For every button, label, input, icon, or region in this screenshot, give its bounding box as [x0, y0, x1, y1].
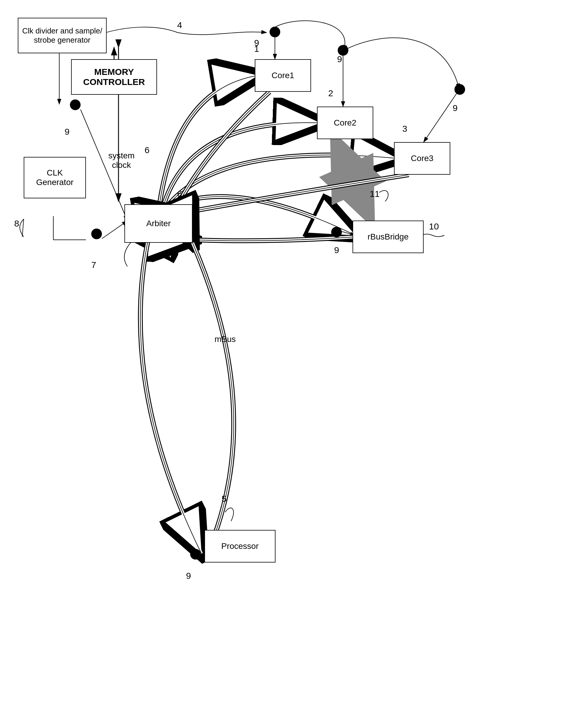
- label-3: 3: [402, 124, 407, 134]
- svg-line-14: [22, 219, 24, 237]
- core1-box: Core1: [255, 59, 311, 92]
- arbiter-box: Arbiter: [124, 204, 193, 243]
- label-9d: 9: [453, 103, 458, 113]
- mbus-label: mBus: [210, 335, 240, 344]
- label-6b: 6: [177, 189, 182, 199]
- rbus-bridge-box: rBusBridge: [353, 220, 424, 253]
- label-6c: 6: [165, 251, 170, 261]
- memory-controller-box: MEMORYCONTROLLER: [71, 59, 157, 95]
- dot-clk-divider: [70, 100, 81, 110]
- dot-clk-gen-out: [91, 229, 102, 239]
- svg-line-9: [102, 221, 127, 239]
- system-clock-label: systemclock: [107, 151, 136, 170]
- label-4: 4: [177, 20, 182, 30]
- arrows-svg: [0, 0, 583, 728]
- dot-processor-bus: [190, 549, 201, 560]
- label-5: 5: [222, 494, 227, 504]
- label-10: 10: [429, 222, 439, 232]
- label-2: 2: [328, 88, 333, 98]
- diagram: Clk divider and sample/strobe generator …: [0, 0, 583, 728]
- label-9c: 9: [337, 54, 342, 64]
- label-9e: 9: [334, 245, 339, 255]
- label-7: 7: [91, 260, 96, 270]
- label-9a: 9: [65, 127, 70, 137]
- label-8: 8: [14, 218, 19, 229]
- dot-core3-top: [454, 84, 465, 95]
- clk-generator-box: CLKGenerator: [24, 157, 86, 198]
- dot-rbus-in: [331, 227, 342, 237]
- label-9b: 9: [254, 38, 259, 48]
- processor-box: Processor: [204, 530, 276, 563]
- core3-box: Core3: [394, 142, 450, 175]
- label-9f: 9: [186, 571, 191, 581]
- core2-box: Core2: [317, 107, 373, 139]
- label-6a: 6: [145, 145, 150, 155]
- label-11: 11: [370, 189, 379, 199]
- dot-core1-top: [270, 27, 280, 37]
- clk-divider-box: Clk divider and sample/strobe generator: [18, 18, 107, 53]
